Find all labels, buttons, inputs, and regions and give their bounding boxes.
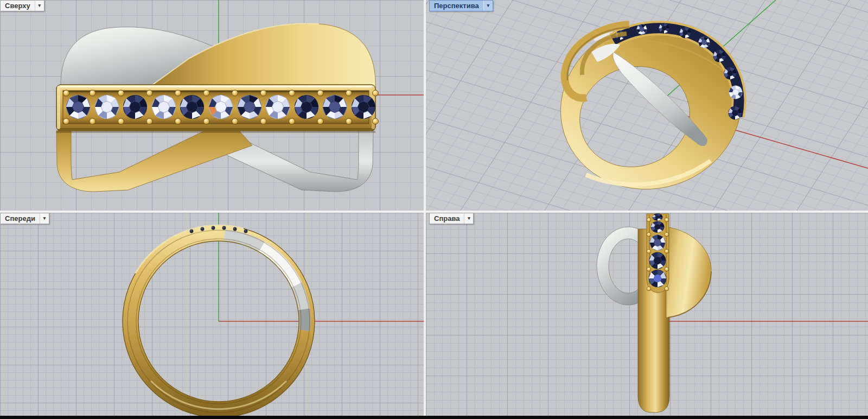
viewport-label-text[interactable]: Перспектива [430, 1, 483, 11]
chevron-down-icon[interactable]: ▾ [40, 213, 49, 224]
chevron-down-icon[interactable]: ▾ [464, 213, 473, 224]
gem-band-top-view [56, 85, 379, 131]
app-window: Сверху ▾ [0, 0, 868, 419]
viewport-label-front[interactable]: Спереди ▾ [0, 213, 49, 224]
viewport-label-text[interactable]: Справа [430, 213, 464, 224]
viewport-splitter-vertical[interactable] [424, 0, 426, 416]
viewport-label-text[interactable]: Спереди [1, 213, 40, 224]
viewport-label-top[interactable]: Сверху ▾ [0, 0, 44, 11]
viewport-top-view[interactable]: Сверху ▾ [0, 0, 424, 211]
scene-perspective-view [426, 0, 868, 211]
viewport-right-view[interactable]: Справа ▾ [426, 213, 868, 416]
viewport-front-view[interactable]: Спереди ▾ [0, 213, 424, 416]
chevron-down-icon[interactable]: ▾ [35, 1, 44, 11]
scene-front-view [0, 213, 424, 416]
viewport-label-right[interactable]: Справа ▾ [429, 213, 474, 224]
viewport-label-text[interactable]: Сверху [1, 1, 35, 11]
chevron-down-icon[interactable]: ▾ [483, 1, 493, 11]
scene-right-view [426, 213, 868, 416]
viewport-perspective-view[interactable]: Перспектива ▾ [426, 0, 868, 211]
bottom-edge-bar [0, 416, 868, 419]
viewport-splitter-horizontal[interactable] [0, 211, 868, 213]
viewport-label-perspective[interactable]: Перспектива ▾ [429, 0, 493, 11]
scene-top-view [0, 0, 424, 211]
